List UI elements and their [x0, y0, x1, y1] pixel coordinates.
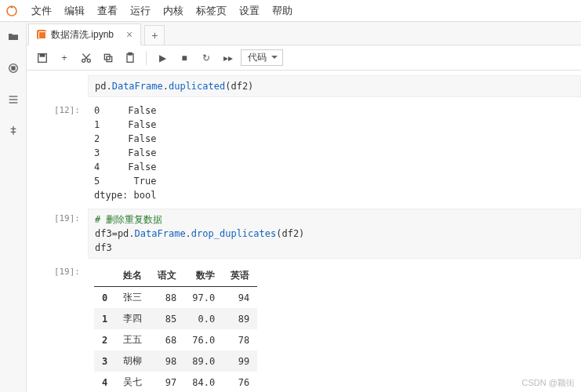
- menu-item[interactable]: 编辑: [58, 4, 91, 18]
- table-cell: 88: [150, 287, 184, 309]
- table-header: 姓名: [115, 265, 150, 287]
- cell-prompt: [12]:: [27, 100, 88, 205]
- table-cell: 97: [150, 372, 184, 392]
- restart-run-all-button[interactable]: ▸▸: [219, 49, 238, 67]
- table-cell: 84.0: [184, 372, 223, 392]
- restart-button[interactable]: ↻: [197, 49, 216, 67]
- svg-point-1: [11, 6, 13, 8]
- watermark: CSDN @颖街: [522, 377, 575, 389]
- stop-button[interactable]: ■: [175, 49, 194, 67]
- cell-prompt: [19]:: [27, 262, 88, 392]
- svg-rect-3: [12, 67, 15, 70]
- table-cell: 89.0: [184, 350, 223, 372]
- table-cell: 2: [94, 329, 115, 350]
- output-text: 0 False 1 False 2 False 3 False 4 False …: [94, 103, 572, 202]
- table-cell: 78: [223, 329, 257, 350]
- tab-title: 数据清洗.ipynb: [51, 28, 114, 42]
- table-cell: 76: [223, 372, 257, 392]
- table-cell: 李四: [115, 308, 150, 329]
- menu-item[interactable]: 标签页: [190, 4, 233, 18]
- code-content[interactable]: pd.DataFrame.duplicated(df2): [95, 79, 571, 93]
- cell-type-select[interactable]: 代码: [241, 49, 283, 66]
- notebook-icon: [37, 30, 46, 39]
- left-sidebar: [0, 22, 27, 392]
- table-row: 4吴七9784.076: [94, 372, 257, 392]
- paste-button[interactable]: [121, 49, 140, 67]
- table-row: 3胡柳9889.099: [94, 350, 257, 372]
- menu-item[interactable]: 查看: [91, 4, 124, 18]
- svg-rect-8: [40, 53, 44, 56]
- table-header: 数学: [184, 265, 223, 287]
- table-cell: 王五: [115, 329, 150, 350]
- table-cell: 3: [94, 350, 115, 372]
- table-cell: 89: [223, 308, 257, 329]
- table-cell: 99: [223, 350, 257, 372]
- table-cell: 76.0: [184, 329, 223, 350]
- table-cell: 94: [223, 287, 257, 309]
- menu-bar: 文件编辑查看运行内核标签页设置帮助: [0, 0, 581, 22]
- jupyter-logo-icon: [5, 4, 19, 18]
- output-table-cell: [19]:姓名语文数学英语0张三8897.0941李四850.0892王五687…: [27, 260, 581, 392]
- code-cell[interactable]: pd.DataFrame.duplicated(df2): [27, 74, 581, 99]
- folder-icon[interactable]: [6, 30, 20, 44]
- table-cell: 97.0: [184, 287, 223, 309]
- save-button[interactable]: [33, 49, 52, 67]
- table-cell: 0.0: [184, 308, 223, 329]
- table-cell: 4: [94, 372, 115, 392]
- new-tab-button[interactable]: +: [144, 25, 165, 45]
- tab-notebook[interactable]: 数据清洗.ipynb ×: [28, 24, 141, 45]
- code-content[interactable]: # 删除重复数据 df3=pd.DataFrame.drop_duplicate…: [95, 212, 571, 255]
- running-icon[interactable]: [6, 61, 20, 75]
- copy-button[interactable]: [99, 49, 118, 67]
- toc-icon[interactable]: [6, 93, 20, 107]
- cut-button[interactable]: [77, 49, 96, 67]
- notebook-toolbar: + ▶ ■ ↻ ▸▸ 代码: [27, 45, 581, 71]
- table-cell: 68: [150, 329, 184, 350]
- table-row: 1李四850.089: [94, 308, 257, 329]
- dataframe-table: 姓名语文数学英语0张三8897.0941李四850.0892王五6876.078…: [94, 265, 257, 392]
- tab-close-icon[interactable]: ×: [126, 28, 133, 41]
- menu-item[interactable]: 设置: [233, 4, 266, 18]
- table-cell: 张三: [115, 287, 150, 309]
- output-cell: [12]:0 False 1 False 2 False 3 False 4 F…: [27, 99, 581, 207]
- cell-prompt: [27, 75, 88, 97]
- table-row: 2王五6876.078: [94, 329, 257, 350]
- table-cell: 1: [94, 308, 115, 329]
- cell-prompt: [19]:: [27, 209, 88, 259]
- table-header: 语文: [150, 265, 184, 287]
- menu-item[interactable]: 内核: [157, 4, 190, 18]
- table-cell: 0: [94, 287, 115, 309]
- run-button[interactable]: ▶: [153, 49, 172, 67]
- add-cell-button[interactable]: +: [55, 49, 74, 67]
- table-header: [94, 265, 115, 287]
- table-cell: 吴七: [115, 372, 150, 392]
- extensions-icon[interactable]: [6, 124, 20, 138]
- tab-bar: 数据清洗.ipynb × +: [27, 22, 581, 45]
- notebook-area: pd.DataFrame.duplicated(df2)[12]:0 False…: [27, 71, 581, 392]
- table-header: 英语: [223, 265, 257, 287]
- table-row: 0张三8897.094: [94, 287, 257, 309]
- menu-item[interactable]: 文件: [25, 4, 58, 18]
- table-cell: 胡柳: [115, 350, 150, 372]
- code-cell[interactable]: [19]:# 删除重复数据 df3=pd.DataFrame.drop_dupl…: [27, 207, 581, 260]
- table-cell: 98: [150, 350, 184, 372]
- menu-item[interactable]: 帮助: [266, 4, 299, 18]
- table-cell: 85: [150, 308, 184, 329]
- svg-rect-16: [129, 53, 132, 55]
- menu-item[interactable]: 运行: [124, 4, 157, 18]
